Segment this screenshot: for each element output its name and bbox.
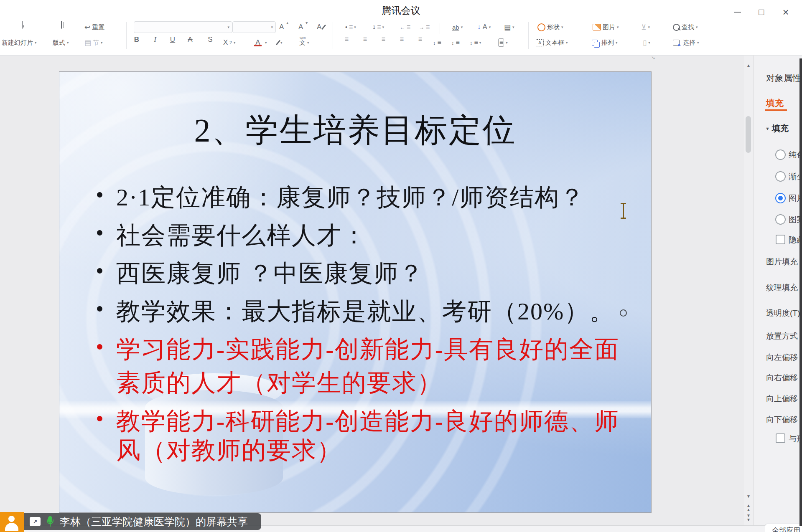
distribute-button[interactable]: ≡ (413, 35, 427, 50)
microphone-icon (46, 516, 55, 527)
slide-bullet-wrap-red[interactable]: 素质的人才（对学生的要求） (116, 367, 442, 399)
decrease-indent-button[interactable]: ←≡ (400, 21, 410, 33)
phonetic-guide-button[interactable]: ab▾ (452, 21, 463, 33)
screen-share-banner: ↗ 李林（三亚学院健康医学院）的屏幕共享 (24, 513, 261, 530)
previous-slide-button[interactable]: ▲▲ (745, 504, 752, 512)
reset-button[interactable]: ↩ 重置 (84, 21, 104, 33)
close-icon: × (782, 6, 789, 19)
find-button[interactable]: 查找▾ (673, 21, 698, 33)
layout-button[interactable]: 版式▾ (53, 35, 69, 50)
font-size-combobox[interactable]: ▾ (232, 21, 276, 33)
tencent-meeting-window: { "meeting": { "title": "腾讯会议", "share_b… (0, 0, 802, 532)
underline-button[interactable]: U (165, 35, 180, 50)
disabled-tool-button: ⊻▾ (641, 21, 650, 33)
bold-button[interactable]: B (130, 35, 144, 50)
text-shadow-button[interactable]: S (203, 35, 217, 50)
italic-button[interactable]: I (148, 35, 162, 50)
radio-pattern-fill[interactable] (775, 214, 786, 225)
select-cursor-icon (673, 40, 680, 46)
font-name-combobox[interactable]: ▾ (134, 21, 232, 33)
superscript-button[interactable]: X2▾ (223, 35, 235, 50)
transparency-label: 透明度(T) (766, 308, 800, 319)
offset-down-label: 向下偏移 (766, 414, 798, 425)
radio-solid-fill[interactable] (775, 149, 786, 160)
editor-scrollbar-thumb[interactable] (746, 116, 751, 153)
divider (333, 22, 333, 49)
selection-handle[interactable] (620, 309, 627, 317)
divider (126, 22, 127, 49)
align-left-button[interactable]: ≡ (339, 35, 354, 50)
slide-bullet-line[interactable]: 西医康复师 ？中医康复师？ (116, 257, 424, 290)
textbox-button[interactable]: A文本框▾ (536, 35, 568, 50)
panel-title: 对象属性 (766, 72, 801, 84)
new-slide-button[interactable]: 新建幻灯片▾ (2, 35, 37, 50)
divider (440, 23, 440, 34)
minimize-icon (734, 12, 741, 13)
search-icon (673, 24, 680, 31)
hide-background-checkbox[interactable] (776, 235, 785, 244)
radio-picture-fill[interactable] (775, 193, 786, 203)
align-right-button[interactable]: ≡ (376, 35, 390, 50)
decrease-spacing-button[interactable]: ↕≡ (451, 35, 459, 50)
offset-left-label: 向左偏移 (766, 352, 798, 363)
radio-gradient-fill[interactable] (775, 171, 786, 182)
clear-format-button[interactable]: A (317, 21, 324, 33)
justify-button[interactable]: ≡ (395, 35, 409, 50)
increase-spacing-button[interactable]: ↕≡ (433, 35, 441, 50)
apply-all-button[interactable]: 全部应用 (765, 524, 802, 532)
align-center-button[interactable]: ≡ (358, 35, 372, 50)
shape-icon (537, 23, 545, 31)
close-button[interactable]: × (777, 7, 795, 18)
fill-section-header[interactable]: ▼填充 (765, 123, 789, 134)
slide-bullet-line[interactable]: 教学效果：最大指标是就业、考研（20%）。 (116, 295, 614, 328)
increase-indent-button[interactable]: →≡ (419, 21, 429, 33)
share-banner-text: 李林（三亚学院健康医学院）的屏幕共享 (60, 515, 248, 529)
numbered-list-button[interactable]: 1≡▾ (373, 21, 384, 33)
minimize-button[interactable] (728, 7, 746, 18)
highlight-button[interactable]: ▾ (278, 35, 283, 50)
picture-icon (593, 24, 601, 30)
collapse-triangle-icon: ▼ (765, 126, 770, 131)
divider (668, 22, 668, 49)
reset-icon: ↩ (84, 23, 90, 32)
maximize-icon: □ (759, 7, 764, 18)
shapes-button[interactable]: 形状▾ (537, 21, 563, 33)
ribbon-toolbar: ↩ 重置 ▾ ▾ A▲ A▼ A •≡▾ 1≡▾ ←≡ →≡ ab▾ ↓A▾ ▤… (0, 20, 802, 56)
select-button[interactable]: 选择▾ (673, 35, 699, 50)
picture-fill-label: 图片填充 (766, 256, 798, 267)
window-title: 腾讯会议 (0, 4, 802, 17)
decrease-font-button[interactable]: A▼ (298, 21, 308, 33)
picture-button[interactable]: 图片▾ (593, 21, 619, 33)
bullet-list-button[interactable]: •≡▾ (345, 21, 356, 33)
slide-bullet-wrap-red[interactable]: 风（对教师的要求） (116, 434, 342, 467)
dialog-launcher-icon[interactable]: ↘ (651, 55, 655, 61)
tab-fill[interactable]: 填充 (766, 97, 784, 109)
person-icon (8, 516, 15, 522)
disabled-tool-button-2: ▯▾ (643, 35, 650, 50)
slide-bullet-line[interactable]: 2·1定位准确：康复师？技师？/师资结构？ (116, 181, 585, 214)
ibeam-cursor (620, 203, 627, 219)
strikethrough-button[interactable]: A (183, 35, 197, 50)
arrange-button[interactable]: 排列▾ (592, 35, 618, 50)
slide-bullet-line[interactable]: 社会需要什么样人才： (116, 219, 367, 252)
next-slide-button[interactable]: ▼▼ (745, 514, 752, 522)
text-direction-button[interactable]: ↓A▾ (477, 21, 491, 33)
slide-bullet-line-red[interactable]: 学习能力-实践能力-创新能力-具有良好的全面 (116, 333, 619, 366)
scroll-up-arrow[interactable]: ▲ (745, 63, 752, 68)
screen-share-icon: ↗ (30, 517, 41, 526)
maximize-button[interactable]: □ (752, 7, 771, 18)
section-icon: ▤ (84, 38, 91, 47)
scroll-down-arrow[interactable]: ▼ (745, 494, 752, 499)
texture-fill-label: 纹理填充 (766, 282, 798, 293)
slide-bullet-line-red[interactable]: 教学能力-科研能力-创造能力-良好的师德、师 (116, 405, 619, 438)
increase-font-button[interactable]: A▲ (279, 21, 289, 33)
line-spacing-button[interactable]: ↕≡▾ (470, 35, 481, 50)
offset-right-label: 向右偏移 (766, 372, 798, 383)
pinyin-tool-button[interactable]: wén文▾ (299, 35, 309, 50)
rotate-with-shape-checkbox[interactable] (776, 433, 785, 443)
slide-canvas[interactable]: 2、学生培养目标定位 2·1定位准确：康复师？技师？/师资结构？ 社会需要什么样… (59, 72, 651, 512)
columns-button[interactable]: ▤▾ (504, 21, 514, 33)
paragraph-settings-button[interactable]: ≡▾ (498, 35, 508, 50)
font-color-button[interactable]: A▾ (252, 35, 267, 50)
slide-title[interactable]: 2、学生培养目标定位 (59, 109, 651, 152)
